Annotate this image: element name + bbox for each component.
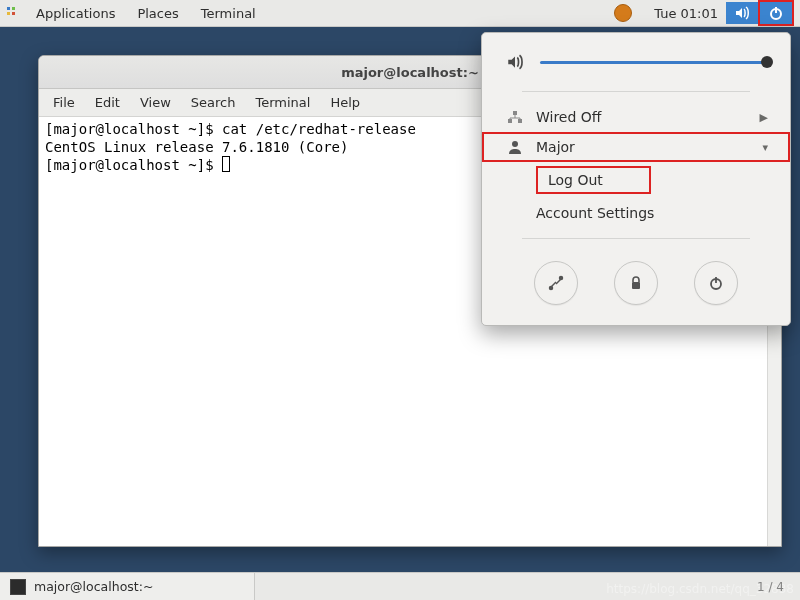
svg-point-9: [512, 141, 518, 147]
svg-rect-0: [7, 7, 10, 10]
action-buttons-row: [482, 249, 790, 307]
menu-file[interactable]: File: [43, 91, 85, 114]
logout-item[interactable]: Log Out: [536, 166, 651, 194]
settings-button[interactable]: [534, 261, 578, 305]
user-row[interactable]: Major ▾: [482, 132, 790, 162]
weather-icon[interactable]: [606, 1, 646, 25]
volume-row: [482, 47, 790, 81]
svg-rect-2: [7, 12, 10, 15]
account-settings-item[interactable]: Account Settings: [482, 198, 790, 228]
terminal-line: [major@localhost ~]$ cat /etc/redhat-rel…: [45, 121, 416, 137]
user-icon: [504, 139, 526, 155]
network-label: Wired Off: [536, 109, 760, 125]
volume-slider[interactable]: [540, 55, 768, 69]
applications-icon: [6, 6, 20, 20]
window-title: major@localhost:~: [341, 65, 479, 80]
terminal-menu[interactable]: Terminal: [191, 2, 266, 25]
user-submenu: Log Out Account Settings: [482, 166, 790, 228]
places-menu[interactable]: Places: [127, 2, 188, 25]
menu-edit[interactable]: Edit: [85, 91, 130, 114]
svg-rect-8: [518, 119, 522, 123]
system-menu-dropdown: Wired Off ▶ Major ▾ Log Out Account Sett…: [481, 32, 791, 326]
svg-rect-7: [508, 119, 512, 123]
separator: [522, 91, 750, 92]
menu-terminal[interactable]: Terminal: [245, 91, 320, 114]
volume-icon: [504, 53, 526, 71]
network-row[interactable]: Wired Off ▶: [482, 102, 790, 132]
applications-menu[interactable]: Applications: [26, 2, 125, 25]
account-settings-label: Account Settings: [536, 205, 654, 221]
terminal-cursor: [222, 156, 230, 172]
svg-rect-14: [632, 282, 640, 289]
volume-indicator-icon[interactable]: [726, 2, 758, 24]
taskbar-item-terminal[interactable]: major@localhost:~: [0, 573, 255, 600]
menu-help[interactable]: Help: [320, 91, 370, 114]
chevron-right-icon: ▶: [760, 111, 768, 124]
separator: [522, 238, 750, 239]
top-panel: Applications Places Terminal Tue 01:01: [0, 0, 800, 27]
svg-rect-3: [12, 12, 15, 15]
page-indicator: 1 / 4: [757, 580, 784, 594]
lock-button[interactable]: [614, 261, 658, 305]
menu-search[interactable]: Search: [181, 91, 246, 114]
clock[interactable]: Tue 01:01: [646, 2, 726, 25]
svg-rect-6: [513, 111, 517, 115]
power-button[interactable]: [694, 261, 738, 305]
svg-point-13: [560, 277, 563, 280]
power-indicator-icon[interactable]: [758, 0, 794, 26]
user-label: Major: [536, 139, 762, 155]
terminal-line: [major@localhost ~]$: [45, 157, 222, 173]
network-icon: [504, 109, 526, 125]
terminal-line: CentOS Linux release 7.6.1810 (Core): [45, 139, 348, 155]
chevron-down-icon: ▾: [762, 141, 768, 154]
svg-rect-1: [12, 7, 15, 10]
svg-point-12: [550, 287, 553, 290]
menu-view[interactable]: View: [130, 91, 181, 114]
taskbar-item-label: major@localhost:~: [34, 579, 153, 594]
terminal-task-icon: [10, 579, 26, 595]
